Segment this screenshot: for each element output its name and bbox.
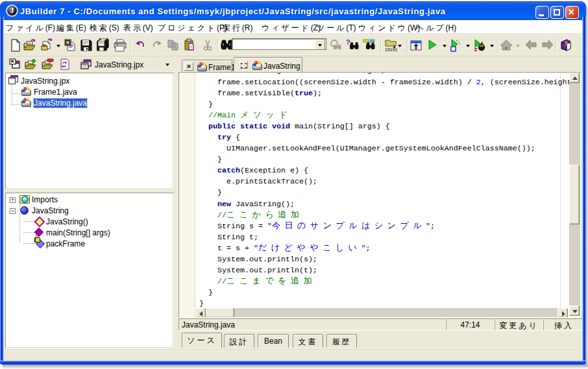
svg-text:10101: 10101 [385,48,398,53]
svg-text:?: ? [346,38,350,46]
